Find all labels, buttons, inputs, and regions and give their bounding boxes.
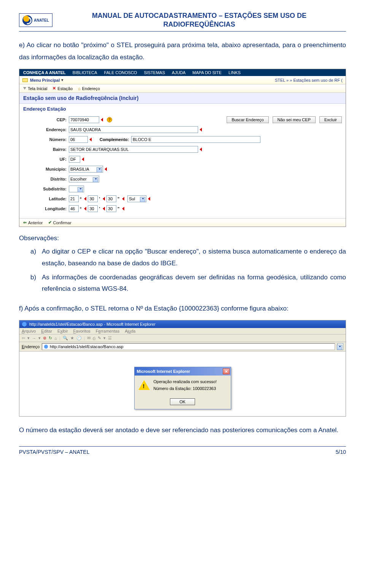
dialog-line-1: Operação realizada com sucesso! bbox=[154, 379, 217, 384]
obs-item-b: b) As informações de coordenadas geográf… bbox=[19, 272, 346, 295]
excluir-button[interactable]: Excluir bbox=[319, 116, 342, 123]
separator: ▾ bbox=[103, 336, 106, 341]
back-icon[interactable]: ⇦ bbox=[22, 336, 25, 341]
required-marker-icon bbox=[200, 128, 202, 132]
chevron-down-icon bbox=[142, 198, 144, 200]
required-marker-icon bbox=[122, 197, 124, 201]
nav-sistemas[interactable]: SISTEMAS bbox=[144, 70, 165, 75]
required-marker-icon bbox=[103, 197, 105, 201]
latitude-label: Latitude: bbox=[23, 197, 69, 201]
mail-icon[interactable]: ✉ bbox=[87, 336, 90, 341]
lat-min-input[interactable] bbox=[88, 195, 98, 202]
dialog-title-text: Microsoft Internet Explorer bbox=[137, 369, 190, 374]
lat-deg-input[interactable] bbox=[69, 195, 79, 202]
help-icon[interactable]: ? bbox=[107, 117, 112, 122]
sec-symbol: " bbox=[116, 197, 121, 201]
ie-toolbar: ⇦ ▾ → ▾ ⊗ ↻ ⌂ | 🔍 ★ 🕘 | ✉ ⎙ ✎ ▾ ☱ bbox=[19, 334, 346, 342]
arrow-left-icon: ⇐ bbox=[23, 220, 27, 225]
menu-ajuda[interactable]: Ajuda bbox=[125, 329, 135, 333]
uf-input[interactable] bbox=[69, 156, 80, 163]
warning-icon bbox=[138, 380, 150, 390]
ie-address-bar: Endereço http://anatelds1/stel/Estacao/B… bbox=[19, 342, 346, 352]
obs-item-a: a) Ao digitar o CEP e clicar na opção "B… bbox=[19, 246, 346, 269]
endereco-input[interactable] bbox=[69, 126, 198, 133]
cep-input[interactable] bbox=[69, 116, 99, 123]
complemento-input[interactable] bbox=[131, 136, 260, 143]
dialog-body: Operação realizada com sucesso! Número d… bbox=[135, 376, 231, 397]
discuss-icon[interactable]: ☱ bbox=[108, 336, 112, 341]
search-icon[interactable]: 🔍 bbox=[63, 336, 68, 341]
nav-ajuda[interactable]: AJUDA bbox=[172, 70, 186, 75]
forward-icon[interactable]: ▾ bbox=[27, 336, 30, 341]
menu-editar[interactable]: Editar bbox=[41, 329, 52, 333]
endereco-button[interactable]: ⌂ Endereço bbox=[78, 86, 100, 91]
lat-hemi-value: Sul bbox=[129, 197, 135, 201]
observacoes-heading: Observações: bbox=[19, 235, 346, 242]
obs-a-text: Ao digitar o CEP e clicar na opção "Busc… bbox=[42, 246, 346, 269]
x-icon: ✕ bbox=[52, 86, 56, 91]
lat-sec-input[interactable] bbox=[106, 195, 116, 202]
required-marker-icon bbox=[200, 147, 202, 151]
nav-fale[interactable]: FALE CONOSCO bbox=[104, 70, 137, 75]
buscar-endereco-button[interactable]: Buscar Endereço bbox=[227, 116, 268, 123]
paragraph-f: f) Após a confirmação, o STEL retorna o … bbox=[19, 303, 346, 315]
menu-arquivo[interactable]: AArquivorquivo bbox=[22, 329, 36, 333]
lon-deg-input[interactable] bbox=[69, 205, 79, 212]
distrito-select[interactable]: Escolher bbox=[69, 176, 99, 182]
confirmar-button[interactable]: ✔ Confirmar bbox=[48, 220, 71, 225]
menu-principal[interactable]: Menu Principal bbox=[30, 78, 60, 82]
tela-inicial-button[interactable]: Tela Inicial bbox=[23, 86, 47, 91]
alert-dialog: Microsoft Internet Explorer ✕ Operação r… bbox=[134, 367, 231, 409]
anterior-button[interactable]: ⇐ Anterior bbox=[23, 220, 43, 225]
paragraph-e: e) Ao clicar no botão "próximo" o STEL p… bbox=[19, 39, 346, 64]
refresh-icon[interactable]: ↻ bbox=[49, 336, 52, 341]
complemento-label: Complemento: bbox=[93, 137, 131, 142]
ok-button[interactable]: OK bbox=[170, 398, 195, 405]
forward-arrow-icon[interactable]: → bbox=[32, 336, 36, 341]
endereco-label: Endereço bbox=[82, 86, 100, 91]
estacao-button[interactable]: ✕ Estação bbox=[52, 86, 73, 91]
nao-sei-cep-button[interactable]: Não sei meu CEP bbox=[273, 116, 316, 123]
cep-label: CEP: bbox=[23, 117, 69, 122]
distrito-label: Distrito: bbox=[23, 177, 69, 181]
dropdown-caret-icon: ▾ bbox=[61, 78, 63, 82]
favorites-icon[interactable]: ★ bbox=[70, 336, 74, 341]
history-icon[interactable]: 🕘 bbox=[76, 336, 82, 341]
menu-favoritos[interactable]: Favoritos bbox=[73, 329, 90, 333]
mail-icon bbox=[22, 78, 28, 82]
form-area: CEP: ? Buscar Endereço Não sei meu CEP E… bbox=[19, 113, 346, 218]
chevron-down-icon bbox=[339, 346, 341, 347]
url-input[interactable]: http://anatelds1/stel/Estacao/Banco.asp bbox=[42, 343, 335, 350]
footer-left: PVSTA/PVST/SPV – ANATEL bbox=[19, 449, 89, 455]
numero-input[interactable] bbox=[69, 136, 88, 143]
lat-hemi-select[interactable]: Sul bbox=[127, 195, 146, 202]
bairro-input[interactable] bbox=[69, 146, 198, 153]
nav-biblioteca[interactable]: BIBLIOTECA bbox=[73, 70, 97, 75]
lon-min-input[interactable] bbox=[88, 205, 98, 212]
url-dropdown[interactable] bbox=[337, 343, 343, 350]
chevron-down-icon bbox=[79, 188, 82, 190]
home-icon[interactable]: ⌂ bbox=[54, 336, 57, 341]
close-button[interactable]: ✕ bbox=[223, 368, 230, 374]
lon-sec-input[interactable] bbox=[106, 205, 116, 212]
nav-conheca[interactable]: CONHEÇA A ANATEL bbox=[23, 70, 66, 75]
page-header: ANATEL MANUAL DE AUTOCADASTRAMENTO – EST… bbox=[19, 11, 346, 32]
subdistrito-select[interactable] bbox=[69, 185, 84, 192]
nav-mapa[interactable]: MAPA DO SITE bbox=[192, 70, 222, 75]
home-icon: ⌂ bbox=[78, 86, 81, 91]
menu-exibir[interactable]: Exibir bbox=[57, 329, 68, 333]
required-marker-icon bbox=[84, 197, 86, 201]
tela-inicial-label: Tela Inicial bbox=[28, 86, 47, 91]
menu-ferramentas[interactable]: Ferramentas bbox=[96, 329, 119, 333]
edit-icon[interactable]: ✎ bbox=[98, 336, 101, 341]
confirmar-label: Confirmar bbox=[53, 220, 71, 225]
print-icon[interactable]: ⎙ bbox=[93, 336, 95, 341]
stop-icon[interactable]: ⊗ bbox=[43, 336, 46, 341]
funnel-icon bbox=[23, 87, 26, 90]
toolbar: Tela Inicial ✕ Estação ⌂ Endereço bbox=[19, 84, 346, 93]
municipio-select[interactable]: BRASILIA bbox=[69, 166, 103, 173]
nav-links[interactable]: LINKS bbox=[229, 70, 241, 75]
sec-symbol: " bbox=[116, 206, 121, 211]
longitude-label: Longitude: bbox=[23, 206, 69, 211]
endereco-label: Endereço: bbox=[23, 127, 69, 132]
